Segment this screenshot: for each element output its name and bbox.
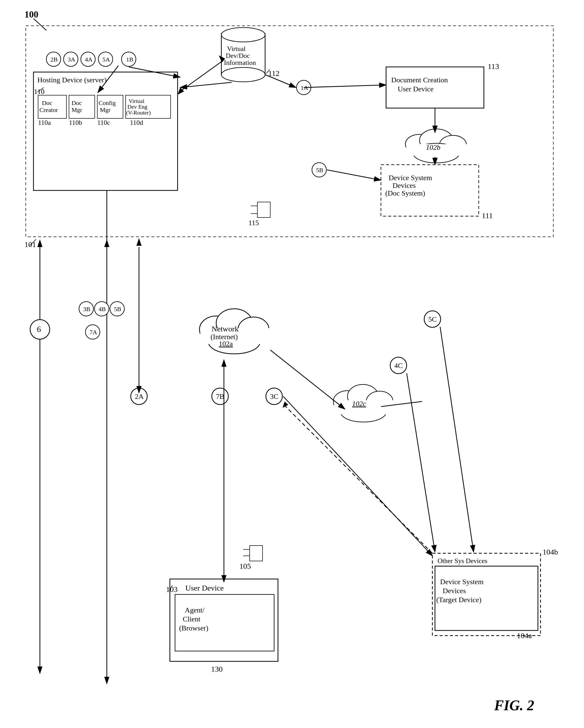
label-110b: 110b [69,119,82,126]
hosting-device-box [33,72,178,190]
label-110d: 110d [130,119,143,126]
target-device-label2: Devices [443,587,466,595]
label-5A: 5A [102,56,110,63]
label-7B: 7B [216,392,224,400]
label-130: 130 [211,665,223,673]
label-2B: 2B [50,56,58,63]
agent-label1: Agent/ [185,606,204,614]
network-label1: Network [211,324,238,333]
doc-system-label3: (Doc System) [385,189,425,197]
doc-creation-label2: User Device [398,85,433,93]
fig-label: FIG. 2 [494,697,534,713]
label-3C: 3C [270,392,278,400]
svg-rect-44 [250,546,262,561]
diagram-container: 100 101 Hosting Device (server) 110 Doc … [0,0,584,728]
config-mgr-label: Config [99,100,116,106]
fig-ref-100: 100 [24,9,39,20]
other-sys-label: Other Sys Devices [437,557,487,565]
svg-rect-13 [257,202,270,217]
label-5C: 5C [428,315,437,323]
doc-creator-label: Doc [42,100,52,106]
agent-label3: (Browser) [179,624,208,632]
label-110: 110 [34,87,45,96]
doc-mgr-label: Doc [72,100,82,106]
network-id-label: 102a [219,340,233,348]
label-4C: 4C [394,362,403,369]
label-110a: 110a [38,119,51,126]
user-device-label: User Device [185,583,224,592]
label-104a: 104a [517,631,532,640]
virtual-db-label2: Dev/Doc [226,52,250,59]
label-5B-lower: 5B [114,306,121,312]
label-104b: 104b [542,548,558,556]
doc-creator-label2: Creator [40,107,58,113]
doc-mgr-label2: Mgr [72,107,82,113]
cloud-102b-label: 102b [426,143,440,151]
label-7A: 7A [90,329,97,336]
label-1B: 1B [126,56,133,63]
label-105: 105 [239,562,251,570]
label-110c: 110c [97,119,110,126]
doc-system-label2: Devices [392,181,416,189]
label-3B: 3B [83,306,90,312]
label-111: 111 [482,211,493,220]
virtual-db-label3: Information [224,59,256,67]
label-3A: 3A [68,56,75,63]
label-5B: 5B [316,167,323,174]
label-6: 6 [37,324,41,334]
label-112: 112 [268,69,280,77]
virtual-db-label1: Virtual [227,45,246,52]
label-2A: 2A [135,392,144,400]
hosting-device-label: Hosting Device (server) [37,76,106,84]
virtual-db-top [221,28,265,42]
target-device-label3: (Target Device) [436,596,482,604]
config-mgr-label2: Mgr [100,107,110,113]
label-4A: 4A [85,56,93,63]
virtual-db-bottom [221,68,265,82]
label-115: 115 [248,219,259,227]
target-device-label1: Device System [440,578,484,586]
vdev-eng-label2: Dev Eng [127,103,148,110]
label-113: 113 [488,62,499,71]
doc-system-label1: Device System [389,174,432,182]
vdev-eng-label3: (V-Router) [126,109,151,116]
label-4B: 4B [99,306,106,312]
doc-creation-label1: Document Creation [391,76,448,84]
agent-label2: Client [183,615,201,623]
cloud-102c-label: 102c [352,400,366,408]
